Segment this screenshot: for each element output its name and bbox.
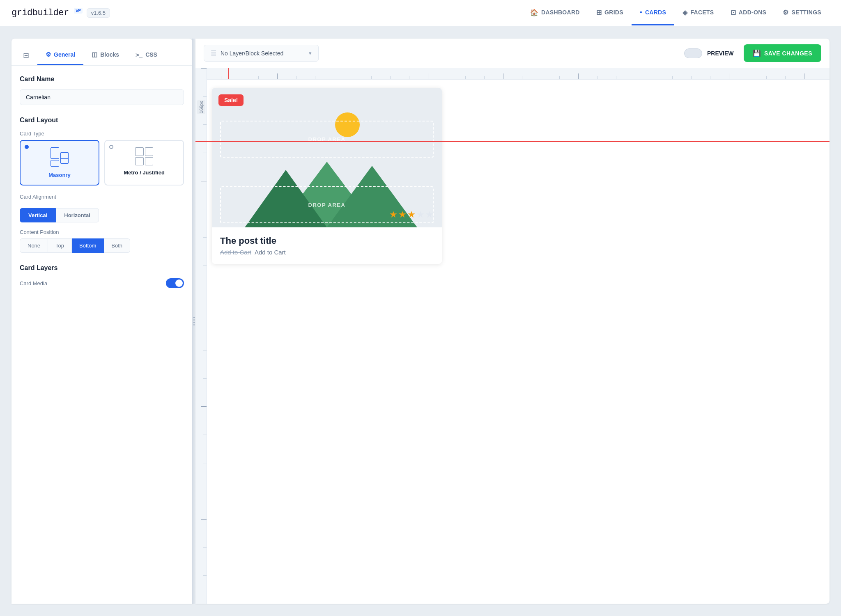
card-illustration: DROP AREA DROP AREA [212, 88, 442, 227]
left-panel: ⊟ ⚙ General ◫ Blocks >_ CSS Card Name [11, 39, 192, 604]
nav-item-settings[interactable]: ⚙ SETTINGS [774, 0, 830, 26]
card-preview: Sale! [212, 88, 442, 264]
facets-icon: ◈ [682, 9, 687, 16]
tabs: ⚙ General ◫ Blocks >_ CSS [37, 45, 165, 65]
right-panel: ☰ No Layer/Block Selected ▾ PREVIEW 💾 SA… [195, 39, 830, 604]
drop-area-bottom-label: DROP AREA [308, 202, 346, 208]
content-position-label: Content Position [20, 229, 184, 235]
nav-item-dashboard[interactable]: 🏠 DASHBOARD [522, 0, 588, 26]
alignment-vertical-btn[interactable]: Vertical [20, 208, 56, 222]
metro-cell-3 [135, 157, 144, 166]
masonry-cell-4 [60, 152, 69, 164]
masonry-icon [51, 147, 69, 168]
grid-icon: ⊞ [596, 9, 602, 16]
layer-selector-text: No Layer/Block Selected [221, 50, 283, 57]
main-content: ⊟ ⚙ General ◫ Blocks >_ CSS Card Name [0, 26, 841, 616]
nav-label-dashboard: DASHBOARD [541, 9, 580, 16]
tab-general[interactable]: ⚙ General [37, 45, 83, 65]
card-cta: Add to Cart [255, 249, 286, 256]
brand-name: gridbuilder WP [11, 8, 83, 18]
preview-label: PREVIEW [707, 50, 734, 57]
css-tab-icon: >_ [136, 51, 142, 58]
home-icon: 🏠 [530, 9, 538, 16]
stars-rating: ★ ★ ★ ★ ★ [389, 209, 434, 220]
top-navigation: gridbuilder WP v1.6.5 🏠 DASHBOARD ⊞ GRID… [0, 0, 841, 26]
nav-label-addons: ADD-ONS [739, 9, 766, 16]
pos-bottom-btn[interactable]: Bottom [72, 238, 104, 253]
masonry-label: Masonry [48, 172, 70, 178]
card-image-area: Sale! [212, 88, 442, 227]
star-4: ★ [416, 209, 425, 220]
card-name-title: Card Name [20, 76, 184, 83]
masonry-cell-3 [51, 160, 59, 167]
nav-items: 🏠 DASHBOARD ⊞ GRIDS ▪ CARDS ◈ FACETS ⊡ A… [522, 0, 830, 26]
nav-label-cards: CARDS [645, 9, 666, 16]
canvas-content: 166px Sale! [195, 80, 830, 272]
horizontal-red-line [195, 141, 830, 142]
save-icon: 💾 [753, 49, 761, 57]
nav-item-grids[interactable]: ⊞ GRIDS [588, 0, 632, 26]
tab-css[interactable]: >_ CSS [127, 45, 165, 65]
brand-logo-area: gridbuilder WP v1.6.5 [11, 8, 110, 18]
card-layers-row: Card Media [20, 278, 184, 288]
resize-handle[interactable] [192, 39, 195, 604]
card-type-metro[interactable]: Metro / Justified [104, 140, 184, 185]
resize-dots [193, 317, 195, 325]
card-type-grid: Masonry Metro / Justified [20, 140, 184, 185]
content-position-group: None Top Bottom Both [20, 238, 184, 253]
nav-label-settings: SETTINGS [792, 9, 821, 16]
metro-cell-4 [145, 157, 154, 166]
card-layout-title: Card Layout [20, 117, 184, 124]
chevron-down-icon: ▾ [309, 50, 312, 56]
pos-top-btn[interactable]: Top [48, 238, 72, 253]
card-layers-title: Card Layers [20, 264, 184, 272]
general-tab-icon: ⚙ [46, 51, 51, 58]
tab-general-label: General [54, 51, 75, 58]
panel-body: Card Name Card Layout Card Type [11, 66, 192, 604]
save-button-label: SAVE CHANGES [764, 50, 812, 57]
card-footer: The post title Add to Cart Add to Cart [212, 227, 442, 264]
drop-area-top: DROP AREA [220, 121, 434, 158]
tab-blocks-label: Blocks [100, 51, 119, 58]
layer-selector[interactable]: ☰ No Layer/Block Selected ▾ [204, 45, 319, 62]
pos-none-btn[interactable]: None [20, 238, 48, 253]
preview-toggle: PREVIEW [684, 48, 734, 58]
card-layers-section: Card Layers Card Media [20, 264, 184, 288]
card-title: The post title [220, 236, 434, 246]
nav-item-cards[interactable]: ▪ CARDS [632, 0, 674, 25]
card-alignment-label: Card Alignment [20, 194, 184, 200]
card-alignment-group: Vertical Horizontal [20, 208, 184, 222]
card-type-masonry[interactable]: Masonry [20, 140, 99, 185]
metro-cell-1 [135, 147, 144, 156]
metro-icon [135, 147, 153, 165]
card-media-toggle[interactable] [166, 278, 184, 288]
cards-icon: ▪ [640, 9, 642, 16]
ruler-line [195, 68, 830, 79]
dimension-label: 166px [197, 100, 205, 114]
preview-switch[interactable] [684, 48, 702, 58]
brand-version: v1.6.5 [87, 8, 110, 18]
canvas-body-wrapper: 166px Sale! [195, 80, 830, 272]
tab-blocks[interactable]: ◫ Blocks [83, 45, 127, 65]
pos-both-btn[interactable]: Both [104, 238, 130, 253]
star-3: ★ [407, 209, 416, 220]
nav-label-grids: GRIDS [604, 9, 623, 16]
tab-css-label: CSS [145, 51, 157, 58]
card-name-input[interactable] [20, 89, 184, 105]
card-type-label: Card Type [20, 131, 184, 137]
panel-toggle-icon[interactable]: ⊟ [20, 48, 32, 63]
layer-selector-icon: ☰ [211, 49, 216, 57]
panel-header: ⊟ ⚙ General ◫ Blocks >_ CSS [11, 39, 192, 66]
nav-item-facets[interactable]: ◈ FACETS [674, 0, 722, 26]
brand-wp-badge: WP [74, 8, 82, 14]
save-changes-button[interactable]: 💾 SAVE CHANGES [744, 44, 821, 62]
masonry-dot [25, 145, 29, 149]
alignment-horizontal-btn[interactable]: Horizontal [56, 208, 99, 222]
card-layout-section: Card Layout Card Type Masonry [20, 117, 184, 253]
top-ruler [195, 68, 830, 80]
nav-item-addons[interactable]: ⊡ ADD-ONS [722, 0, 775, 26]
metro-dot [109, 145, 113, 149]
star-5: ★ [425, 209, 434, 220]
card-price: Add to Cart [220, 249, 251, 256]
metro-label: Metro / Justified [124, 169, 165, 176]
